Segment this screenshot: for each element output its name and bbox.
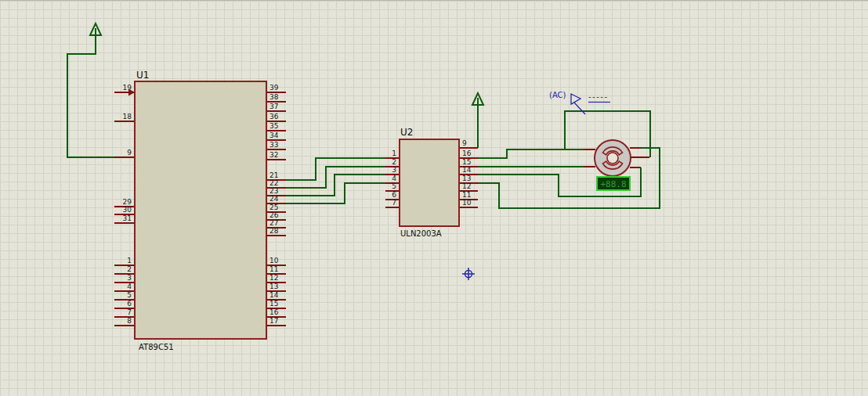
u2-chip-body[interactable] xyxy=(400,139,459,226)
u2-component[interactable]: U2 ULN2003A xyxy=(400,127,459,238)
pin-number: 39 xyxy=(269,84,279,92)
pin-number: 15 xyxy=(269,300,278,308)
pin-number: 11 xyxy=(462,191,471,199)
pin-number: 35 xyxy=(269,122,278,130)
wire-p21-to-2b[interactable] xyxy=(286,167,385,188)
origin-marker-icon xyxy=(462,268,475,280)
pin-number: 2 xyxy=(127,265,132,273)
pin-number: 31 xyxy=(123,214,132,222)
pin-number: 5 xyxy=(127,291,132,299)
pin-number: 9 xyxy=(127,149,132,157)
pin-number: 12 xyxy=(462,182,471,190)
pin-number: 5 xyxy=(392,182,396,190)
pin-number: 11 xyxy=(269,265,278,273)
u2-part-value: ULN2003A xyxy=(400,229,442,238)
pin-number: 33 xyxy=(269,141,278,149)
wire-p22-to-3b[interactable] xyxy=(286,175,385,196)
u1-part-value: AT89C51 xyxy=(139,343,174,351)
wire-p20-to-1b[interactable] xyxy=(286,158,385,180)
pin-number: 24 xyxy=(269,195,279,203)
u1-reference: U1 xyxy=(136,70,149,81)
pin-number: 3 xyxy=(392,166,396,174)
pin-number: 25 xyxy=(269,203,278,211)
u1-component[interactable]: U1 AT89C51 xyxy=(128,70,266,351)
pin-number: 4 xyxy=(392,175,396,182)
pin-number: 3 xyxy=(127,274,132,282)
pin-number: 15 xyxy=(462,158,471,166)
pin-number: 1 xyxy=(392,149,396,157)
schematic-canvas[interactable]: 19XTAL118XTAL29RST29PSEN30ALE31EA1P1.02P… xyxy=(0,0,868,396)
u2-reference: U2 xyxy=(400,127,413,138)
u1-chip-body[interactable] xyxy=(135,81,266,339)
pin-number: 8 xyxy=(127,317,132,325)
pin-number: 2 xyxy=(392,158,396,166)
pin-number: 23 xyxy=(269,187,278,195)
pin-number: 10 xyxy=(462,199,472,207)
pin-number: 7 xyxy=(127,308,132,316)
pin-number: 18 xyxy=(123,113,132,121)
pin-number: 34 xyxy=(269,131,279,139)
pin-number: 13 xyxy=(269,283,278,290)
pin-number: 26 xyxy=(269,211,279,219)
pin-number: 6 xyxy=(127,300,132,308)
pin-number: 28 xyxy=(269,227,279,235)
pin-number: 17 xyxy=(269,317,278,325)
stepper-motor[interactable]: +88.8 xyxy=(584,140,649,190)
schematic-art-layer: 19XTAL118XTAL29RST29PSEN30ALE31EA1P1.02P… xyxy=(0,1,868,396)
motor-rpm-value: +88.8 xyxy=(600,179,626,189)
pin-number: 13 xyxy=(462,175,471,182)
annotation-callout-arrow-icon xyxy=(571,94,580,104)
pin-number: 37 xyxy=(269,103,278,110)
pin-number: 29 xyxy=(123,198,132,206)
pin-number: 21 xyxy=(269,171,278,179)
pin-number: 38 xyxy=(269,93,279,101)
pin-number: 36 xyxy=(269,113,279,121)
annotation-ac-label[interactable]: (AC) xyxy=(549,91,566,99)
pin-number: 27 xyxy=(269,219,278,227)
u1-xtal1-clock-arrow-icon xyxy=(128,89,135,96)
pin-number: 16 xyxy=(269,308,279,316)
pin-number: 14 xyxy=(462,166,472,174)
pin-number: 14 xyxy=(269,291,279,299)
wire-p23-to-4b[interactable] xyxy=(286,183,385,203)
pin-number: 30 xyxy=(123,206,132,214)
wire-1c-to-motor[interactable] xyxy=(478,149,584,158)
pin-number: 4 xyxy=(127,283,132,290)
pin-number: 10 xyxy=(269,257,279,265)
pin-number: 1 xyxy=(127,257,132,265)
pin-number: 22 xyxy=(269,179,278,187)
motor-shaft-hub xyxy=(607,153,618,164)
pin-number: 7 xyxy=(392,199,396,207)
annotation-leader-line xyxy=(574,103,585,114)
annotation-value-placeholder[interactable]: ----- xyxy=(588,92,609,101)
wire-rst-to-power[interactable] xyxy=(67,35,114,157)
pin-number: 9 xyxy=(462,139,467,147)
pin-number: 6 xyxy=(392,191,396,199)
pin-number: 12 xyxy=(269,274,278,282)
pin-number: 16 xyxy=(462,149,472,157)
pin-number: 32 xyxy=(269,151,278,159)
